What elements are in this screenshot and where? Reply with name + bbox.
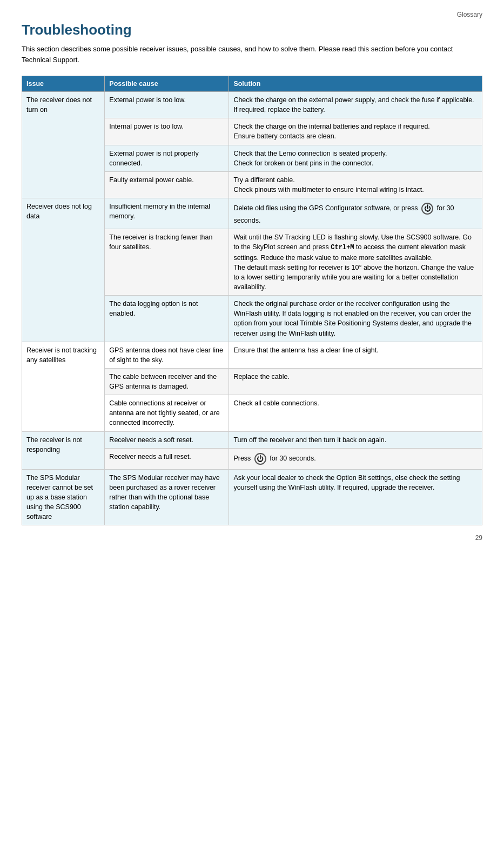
page-number: 29 — [22, 534, 482, 542]
table-row: Receiver does not log dataInsufficient m… — [22, 198, 482, 229]
solution-cell: Try a different cable.Check pinouts with… — [229, 171, 482, 198]
cause-cell: Receiver needs a full reset. — [105, 448, 229, 469]
solution-cell: Ensure that the antenna has a clear line… — [229, 342, 482, 368]
cause-cell: Faulty external power cable. — [105, 171, 229, 198]
cause-cell: The SPS Modular receiver may have been p… — [105, 469, 229, 525]
solution-cell: Check the charge on the external power s… — [229, 92, 482, 118]
cause-cell: External power is too low. — [105, 92, 229, 118]
cause-cell: External power is not properly connected… — [105, 145, 229, 171]
solution-cell: Wait until the SV Tracking LED is flashi… — [229, 229, 482, 296]
cause-cell: Cable connections at receiver or antenna… — [105, 395, 229, 431]
issue-cell: The receiver is not responding — [22, 431, 105, 469]
cause-cell: Insufficient memory in the internal memo… — [105, 198, 229, 229]
table-row: The receiver does not turn onExternal po… — [22, 92, 482, 118]
issue-cell: The receiver does not turn on — [22, 92, 105, 198]
table-row: The receiver is not respondingReceiver n… — [22, 431, 482, 448]
page-header: Glossary — [22, 11, 482, 18]
col-solution: Solution — [229, 76, 482, 92]
table-row: Receiver is not tracking any satellitesG… — [22, 342, 482, 368]
issue-cell: Receiver does not log data — [22, 198, 105, 342]
solution-cell: Check the original purchase order or the… — [229, 296, 482, 342]
col-issue: Issue — [22, 76, 105, 92]
troubleshooting-table: Issue Possible cause Solution The receiv… — [22, 76, 482, 525]
cause-cell: Internal power is too low. — [105, 118, 229, 145]
solution-cell: Ask your local dealer to check the Optio… — [229, 469, 482, 525]
cause-cell: The data logging option is not enabled. — [105, 296, 229, 342]
power-button-icon: ⏻ — [254, 453, 266, 465]
solution-cell: Check the charge on the internal batteri… — [229, 118, 482, 145]
solution-cell: Replace the cable. — [229, 368, 482, 395]
col-cause: Possible cause — [105, 76, 229, 92]
issue-cell: Receiver is not tracking any satellites — [22, 342, 105, 431]
issue-cell: The SPS Modular receiver cannot be set u… — [22, 469, 105, 525]
cause-cell: GPS antenna does not have clear line of … — [105, 342, 229, 368]
page-title: Troubleshooting — [22, 22, 482, 38]
cause-cell: Receiver needs a soft reset. — [105, 431, 229, 448]
power-button-icon: ⏻ — [421, 203, 433, 215]
solution-cell: Check that the Lemo connection is seated… — [229, 145, 482, 171]
cause-cell: The receiver is tracking fewer than four… — [105, 229, 229, 296]
cause-cell: The cable between receiver and the GPS a… — [105, 368, 229, 395]
table-row: The SPS Modular receiver cannot be set u… — [22, 469, 482, 525]
solution-cell: Turn off the receiver and then turn it b… — [229, 431, 482, 448]
solution-cell: Check all cable connections. — [229, 395, 482, 431]
solution-cell: Delete old files using the GPS Configura… — [229, 198, 482, 229]
intro-text: This section describes some possible rec… — [22, 44, 482, 65]
solution-cell: Press ⏻ for 30 seconds. — [229, 448, 482, 469]
